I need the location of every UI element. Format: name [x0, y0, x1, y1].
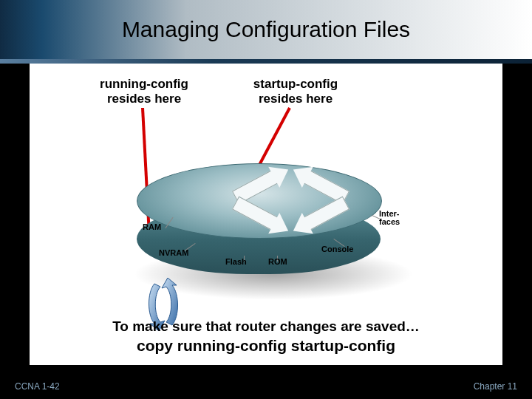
component-ram-label: RAM — [143, 222, 161, 231]
footer-right: Chapter 11 — [474, 381, 517, 392]
component-nvram-label: NVRAM — [159, 248, 188, 257]
label-startup-config-line1: startup-config — [253, 77, 338, 91]
component-console-label: Console — [321, 245, 353, 253]
footer-left: CCNA 1-42 — [15, 381, 60, 392]
label-running-config-line1: running-config — [100, 77, 188, 91]
slide-title: Managing Configuration Files — [122, 17, 410, 42]
title-bar: Managing Configuration Files — [0, 0, 532, 59]
label-running-config: running-config resides here — [81, 77, 207, 107]
component-flash-label: Flash — [225, 257, 247, 266]
slide-body: running-config resides here startup-conf… — [30, 64, 502, 365]
caption-command: copy running-config startup-config — [30, 337, 502, 355]
component-rom-label: ROM — [268, 257, 287, 266]
slide: Managing Configuration Files running-con… — [0, 0, 532, 399]
label-startup-config: startup-config resides here — [233, 77, 358, 107]
slide-footer: CCNA 1-42 Chapter 11 — [0, 377, 532, 399]
router-diagram: RAM NVRAM Flash ROM Console Inter- faces — [107, 130, 417, 296]
caption-line1: To make sure that router changes are sav… — [30, 318, 502, 335]
label-startup-config-line2: resides here — [259, 92, 332, 106]
label-running-config-line2: resides here — [107, 92, 181, 106]
component-interfaces-label: Inter- faces — [379, 210, 409, 226]
